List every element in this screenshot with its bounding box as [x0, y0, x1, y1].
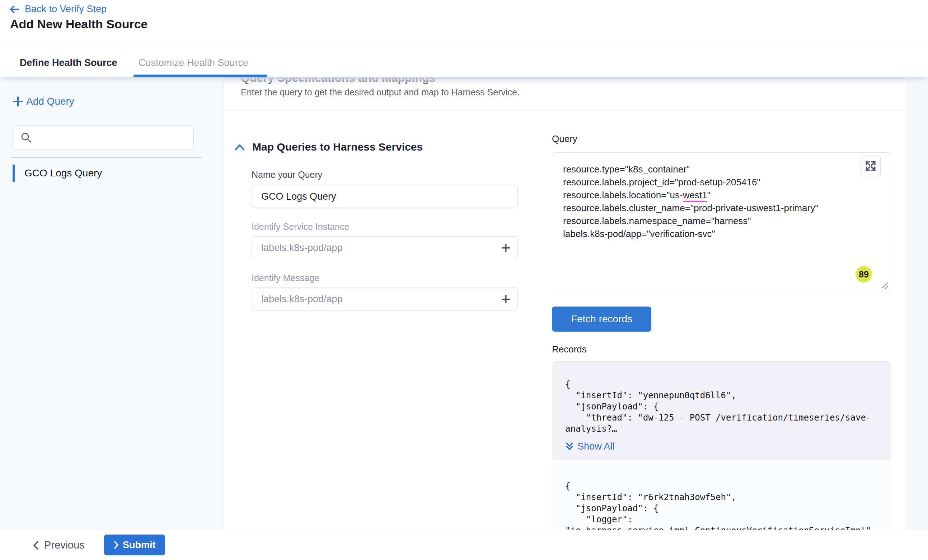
expand-query-button[interactable]	[861, 155, 881, 177]
previous-button[interactable]: Previous	[31, 530, 87, 560]
query-line: labels.k8s-pod/app="verification-svc"	[563, 227, 876, 240]
section-subheading: Enter the query to get the desired outpu…	[241, 87, 905, 97]
name-your-query-label: Name your Query	[252, 170, 518, 180]
message-input[interactable]	[252, 288, 518, 310]
fetch-records-button[interactable]: Fetch records	[552, 306, 651, 332]
search-icon	[20, 132, 32, 144]
previous-label: Previous	[44, 539, 85, 551]
active-tab-underline	[133, 75, 267, 77]
query-label: Query	[552, 133, 891, 145]
back-to-verify-step-link[interactable]: Back to Verify Step	[9, 4, 107, 15]
add-message-plus-icon[interactable]: +	[501, 291, 511, 307]
wizard-footer: Previous Submit	[0, 530, 928, 560]
double-chevron-down-icon	[565, 442, 574, 451]
health-source-tabbar: Define Health Source Customize Health So…	[0, 48, 928, 77]
plus-icon	[12, 96, 23, 107]
sidebar-divider	[11, 157, 201, 158]
tab-customize-health-source[interactable]: Customize Health Source	[139, 48, 248, 78]
content-area: Add Query GCO Logs Query Query Specifica…	[0, 77, 928, 530]
record-item: { "insertId": "r6rk2tnah3owf5eh", "jsonP…	[552, 460, 891, 530]
show-all-link[interactable]: Show All	[565, 441, 878, 452]
submit-label: Submit	[123, 540, 156, 551]
record-count-badge: 89	[856, 266, 872, 283]
submit-button[interactable]: Submit	[104, 534, 165, 555]
query-item-label: GCO Logs Query	[24, 167, 102, 179]
add-query-label: Add Query	[26, 96, 74, 107]
query-line: resource.labels.project_id="prod-setup-2…	[563, 176, 876, 189]
add-service-instance-plus-icon[interactable]: +	[501, 239, 511, 256]
sidebar-item-gco-logs-query[interactable]: GCO Logs Query	[12, 164, 102, 182]
identify-message-label: Identify Message	[252, 273, 518, 283]
add-query-button[interactable]: Add Query	[12, 96, 74, 107]
expand-icon	[865, 161, 876, 171]
map-section-title: Map Queries to Harness Services	[252, 141, 423, 153]
query-name-input[interactable]	[252, 185, 518, 208]
query-search-input[interactable]	[32, 126, 194, 149]
query-textarea[interactable]: resource.type="k8s_container" resource.l…	[552, 152, 891, 292]
map-queries-section: Map Queries to Harness Services Name you…	[234, 141, 521, 310]
show-all-label: Show All	[577, 441, 615, 452]
query-sidebar: Add Query GCO Logs Query	[0, 77, 224, 530]
resize-handle[interactable]	[879, 281, 889, 290]
back-link-label: Back to Verify Step	[25, 4, 107, 15]
chevron-left-icon	[33, 541, 39, 550]
query-line: resource.labels.location="us-west1"	[563, 189, 876, 201]
query-search-box[interactable]	[12, 125, 194, 150]
identify-service-instance-label: Identify Service Instance	[252, 222, 518, 232]
query-specifications-card: Query Specifications and Mappings Enter …	[224, 77, 905, 530]
records-container[interactable]: { "insertId": "yennepun0qtd6ll6", "jsonP…	[552, 361, 891, 530]
records-label: Records	[552, 344, 891, 355]
tab-define-health-source[interactable]: Define Health Source	[20, 48, 118, 78]
chevron-right-icon	[113, 541, 119, 549]
page-header: Back to Verify Step Add New Health Sourc…	[0, 0, 928, 48]
query-panel: Query resource.type="k8s_container" reso…	[552, 133, 891, 530]
section-heading: Query Specifications and Mappings	[241, 77, 905, 85]
service-instance-input[interactable]	[252, 236, 518, 259]
collapse-chevron-up-icon[interactable]	[234, 143, 245, 151]
record-item: { "insertId": "yennepun0qtd6ll6", "jsonP…	[552, 362, 891, 460]
page-title: Add New Health Source	[10, 17, 148, 31]
spellcheck-underline: west1	[683, 190, 707, 202]
selected-indicator-bar	[12, 164, 15, 182]
back-arrow-icon	[9, 5, 20, 14]
query-line: resource.labels.namespace_name="harness"	[563, 215, 876, 227]
query-line: resource.labels.cluster_name="prod-priva…	[563, 201, 876, 215]
query-line: resource.type="k8s_container"	[563, 163, 876, 176]
card-header: Query Specifications and Mappings Enter …	[224, 77, 905, 110]
